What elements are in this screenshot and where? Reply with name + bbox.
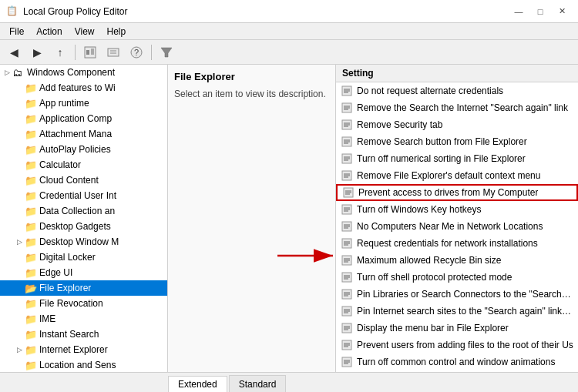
tree-label-windows-components: Windows Component bbox=[27, 67, 115, 78]
tree-item-desktop-gadgets[interactable]: 📁 Desktop Gadgets bbox=[0, 219, 167, 234]
folder-icon-cloud: 📁 bbox=[25, 175, 37, 186]
expand-spacer11 bbox=[14, 252, 25, 263]
toolbar-sep-1 bbox=[75, 45, 76, 60]
tree-label-attachment: Attachment Mana bbox=[39, 129, 112, 139]
settings-item-icon-5 bbox=[341, 169, 353, 182]
tree-item-attachment-mana[interactable]: 📁 Attachment Mana bbox=[0, 126, 167, 142]
tree-item-app-comp[interactable]: 📁 Application Comp bbox=[0, 111, 167, 126]
settings-item-13[interactable]: Pin Internet search sites to the "Search… bbox=[336, 303, 578, 320]
status-tabs: Extended Standard bbox=[0, 373, 287, 392]
expand-icon-ie: ▷ bbox=[14, 344, 25, 355]
tree-item-file-explorer[interactable]: 📂 File Explorer bbox=[0, 280, 167, 296]
settings-item-label-3: Remove Search button from File Explorer bbox=[357, 136, 527, 147]
settings-item-16[interactable]: Turn off common control and window anima… bbox=[336, 353, 578, 370]
expand-spacer10 bbox=[14, 221, 25, 232]
folder-icon-instant-search: 📁 bbox=[25, 329, 37, 340]
forward-button[interactable]: ▶ bbox=[26, 42, 48, 62]
toolbar: ◀ ▶ ↑ ? bbox=[0, 40, 578, 65]
settings-item-icon-6 bbox=[342, 186, 355, 199]
settings-item-7[interactable]: Turn off Windows Key hotkeys bbox=[336, 201, 578, 218]
folder-icon-credential: 📁 bbox=[25, 190, 37, 201]
menu-view[interactable]: View bbox=[69, 23, 101, 39]
settings-item-8[interactable]: No Computers Near Me in Network Location… bbox=[336, 218, 578, 235]
expand-spacer6 bbox=[14, 159, 25, 170]
settings-item-14[interactable]: Display the menu bar in File Explorer bbox=[336, 320, 578, 337]
folder-icon-app-comp: 📁 bbox=[25, 113, 37, 124]
settings-item-6-highlighted[interactable]: Prevent access to drives from My Compute… bbox=[336, 184, 578, 201]
minimize-button[interactable]: — bbox=[509, 4, 529, 19]
expand-spacer12 bbox=[14, 267, 25, 278]
settings-item-label-10: Maximum allowed Recycle Bin size bbox=[357, 255, 501, 266]
svg-rect-3 bbox=[108, 49, 119, 56]
tree-item-desktop-window[interactable]: ▷ 📁 Desktop Window M bbox=[0, 234, 167, 250]
title-bar: 📋 Local Group Policy Editor — □ ✕ bbox=[0, 0, 578, 23]
folder-icon-add-features: 📁 bbox=[25, 82, 37, 93]
tree-label-cloud: Cloud Content bbox=[39, 175, 99, 186]
settings-item-9[interactable]: Request credentials for network installa… bbox=[336, 235, 578, 252]
svg-rect-2 bbox=[91, 49, 94, 55]
settings-item-label-2: Remove Security tab bbox=[357, 119, 442, 130]
expand-spacer bbox=[14, 82, 25, 93]
settings-item-icon-7 bbox=[341, 203, 353, 216]
settings-item-12[interactable]: Pin Libraries or Search Connectors to th… bbox=[336, 286, 578, 303]
folder-icon-attachment: 📁 bbox=[25, 129, 37, 139]
tree-item-app-runtime[interactable]: 📁 App runtime bbox=[0, 95, 167, 111]
tree-label-credential: Credential User Int bbox=[39, 190, 116, 201]
settings-item-15[interactable]: Prevent users from adding files to the r… bbox=[336, 337, 578, 353]
settings-item-2[interactable]: Remove Security tab bbox=[336, 116, 578, 133]
tree-item-cloud-content[interactable]: 📁 Cloud Content bbox=[0, 173, 167, 188]
expand-spacer8 bbox=[14, 190, 25, 201]
main-content: ▷ 🗂 Windows Component 📁 Add features to … bbox=[0, 65, 578, 372]
tree-item-edge-ui[interactable]: 📁 Edge UI bbox=[0, 265, 167, 280]
settings-item-5[interactable]: Remove File Explorer's default context m… bbox=[336, 167, 578, 184]
maximize-button[interactable]: □ bbox=[530, 4, 550, 19]
tree-item-credential[interactable]: 📁 Credential User Int bbox=[0, 188, 167, 203]
desc-panel-title: File Explorer bbox=[174, 71, 329, 82]
tree-item-add-features[interactable]: 📁 Add features to Wi bbox=[0, 80, 167, 95]
tree-label-calculator: Calculator bbox=[39, 159, 81, 170]
menu-file[interactable]: File bbox=[3, 23, 30, 39]
tree-item-data-collection[interactable]: 📁 Data Collection an bbox=[0, 203, 167, 219]
back-button[interactable]: ◀ bbox=[3, 42, 25, 62]
menu-help[interactable]: Help bbox=[101, 23, 133, 39]
filter-button[interactable] bbox=[156, 42, 177, 62]
toolbar-btn-2[interactable] bbox=[102, 42, 124, 62]
up-button[interactable]: ↑ bbox=[49, 42, 71, 62]
title-bar-title: Local Group Policy Editor bbox=[23, 6, 127, 17]
settings-item-0[interactable]: Do not request alternate credentials bbox=[336, 82, 578, 99]
expand-icon-windows-components: ▷ bbox=[2, 67, 12, 78]
folder-icon-ime: 📁 bbox=[25, 313, 37, 324]
tree-item-digital-locker[interactable]: 📁 Digital Locker bbox=[0, 250, 167, 265]
settings-item-4[interactable]: Turn off numerical sorting in File Explo… bbox=[336, 150, 578, 167]
tree-label-file-revocation: File Revocation bbox=[39, 298, 103, 309]
settings-item-11[interactable]: Turn off shell protocol protected mode bbox=[336, 269, 578, 286]
settings-item-10[interactable]: Maximum allowed Recycle Bin size bbox=[336, 252, 578, 269]
tab-extended[interactable]: Extended bbox=[168, 376, 227, 392]
tree-item-file-revocation[interactable]: 📁 File Revocation bbox=[0, 296, 167, 311]
settings-item-icon-11 bbox=[341, 271, 353, 283]
settings-item-icon-8 bbox=[341, 220, 353, 233]
tree-label-desktop-gadgets: Desktop Gadgets bbox=[39, 221, 111, 232]
tab-standard[interactable]: Standard bbox=[229, 375, 287, 392]
tree-item-ime[interactable]: 📁 IME bbox=[0, 311, 167, 327]
help-icon-button[interactable]: ? bbox=[126, 42, 147, 62]
menu-action[interactable]: Action bbox=[30, 23, 68, 39]
tree-item-internet-explorer[interactable]: ▷ 📁 Internet Explorer bbox=[0, 342, 167, 357]
description-panel: File Explorer Select an item to view its… bbox=[168, 65, 336, 372]
tree-item-autoplay[interactable]: 📁 AutoPlay Policies bbox=[0, 142, 167, 157]
settings-item-1[interactable]: Remove the Search the Internet "Search a… bbox=[336, 99, 578, 116]
tree-item-windows-components[interactable]: ▷ 🗂 Windows Component bbox=[0, 65, 167, 80]
settings-item-icon-15 bbox=[341, 339, 353, 351]
close-button[interactable]: ✕ bbox=[552, 4, 572, 19]
settings-item-3[interactable]: Remove Search button from File Explorer bbox=[336, 133, 578, 150]
tree-item-calculator[interactable]: 📁 Calculator bbox=[0, 157, 167, 173]
settings-item-label-15: Prevent users from adding files to the r… bbox=[357, 340, 573, 350]
tree-label-autoplay: AutoPlay Policies bbox=[39, 144, 111, 155]
folder-icon-ie: 📁 bbox=[25, 344, 37, 355]
toolbar-btn-1[interactable] bbox=[79, 42, 101, 62]
settings-item-label-4: Turn off numerical sorting in File Explo… bbox=[357, 153, 526, 164]
tree-item-instant-search[interactable]: 📁 Instant Search bbox=[0, 327, 167, 342]
tree-item-location[interactable]: 📁 Location and Sens bbox=[0, 357, 167, 372]
svg-rect-1 bbox=[86, 50, 89, 55]
tree-label-instant-search: Instant Search bbox=[39, 329, 99, 340]
